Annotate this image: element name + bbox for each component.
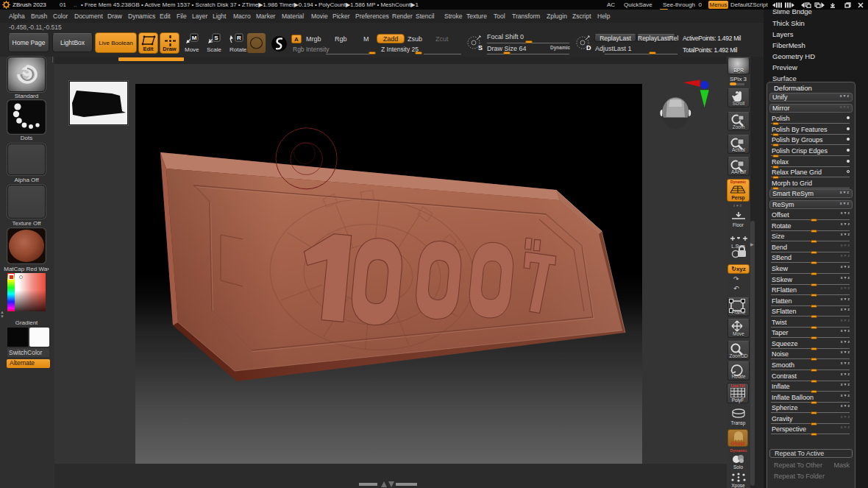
- svg-text:S: S: [214, 35, 218, 41]
- svg-text:S: S: [478, 44, 483, 52]
- svg-text:D: D: [586, 44, 591, 52]
- svg-text:R: R: [237, 35, 241, 41]
- svg-text:M: M: [192, 35, 197, 41]
